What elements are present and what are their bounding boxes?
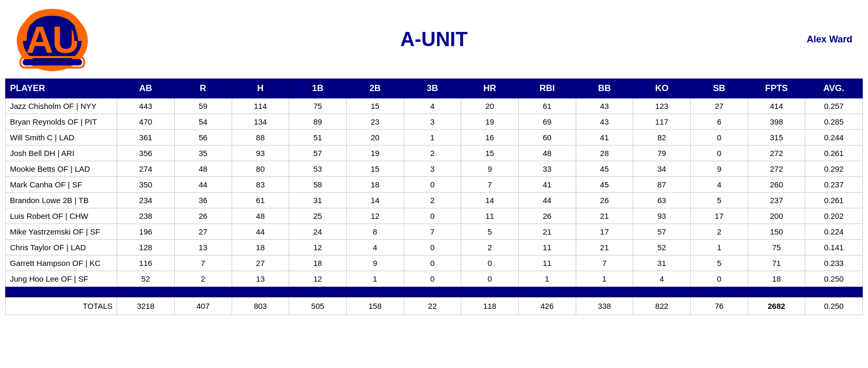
cell-fpts: 272 [748,161,805,177]
totals-avg: 0.250 [805,297,863,315]
cell-player: Jung Hoo Lee OF | SF [6,271,117,287]
cell-fpts: 414 [748,98,805,114]
totals-b3: 22 [404,297,461,315]
separator-cell [117,287,175,297]
cell-b2: 15 [346,98,404,114]
cell-rbi: 33 [518,161,576,177]
cell-fpts: 71 [748,255,805,271]
cell-hr: 15 [461,146,519,161]
cell-bb: 21 [576,240,633,255]
totals-hr: 118 [461,297,519,315]
cell-b3: 1 [404,130,461,146]
col-header-ab: AB [117,79,175,98]
cell-hr: 5 [461,224,519,240]
cell-r: 36 [174,193,232,208]
cell-b1: 57 [289,146,347,161]
page-header: AU A-UNIT Alex Ward [0,0,868,79]
cell-hr: 11 [461,208,519,224]
totals-fpts: 2682 [748,297,805,315]
cell-ko: 117 [633,114,691,130]
cell-rbi: 41 [518,177,576,193]
cell-b1: 53 [289,161,347,177]
separator-cell [404,287,461,297]
cell-ko: 63 [633,193,691,208]
cell-r: 59 [174,98,232,114]
table-row: Mike Yastrzemski OF | SF1962744248752117… [6,224,863,240]
cell-player: Garrett Hampson OF | KC [6,255,117,271]
table-row: Mookie Betts OF | LAD2744880531539334534… [6,161,863,177]
cell-bb: 21 [576,208,633,224]
cell-player: Mark Canha OF | SF [6,177,117,193]
cell-h: 13 [232,271,289,287]
cell-b3: 0 [404,255,461,271]
cell-b2: 14 [346,193,404,208]
stats-table-wrapper: PLAYER AB R H 1B 2B 3B HR RBI BB KO SB F… [0,79,868,315]
cell-avg: 0.261 [805,146,863,161]
cell-fpts: 200 [748,208,805,224]
table-row: Garrett Hampson OF | KC11672718900117315… [6,255,863,271]
cell-h: 88 [232,130,289,146]
cell-r: 7 [174,255,232,271]
cell-r: 2 [174,271,232,287]
totals-rbi: 426 [518,297,576,315]
cell-b3: 4 [404,98,461,114]
cell-sb: 4 [690,177,748,193]
cell-player: Mookie Betts OF | LAD [6,161,117,177]
cell-player: Mike Yastrzemski OF | SF [6,224,117,240]
cell-b1: 89 [289,114,347,130]
cell-avg: 0.224 [805,224,863,240]
separator-cell [748,287,805,297]
cell-hr: 0 [461,255,519,271]
cell-rbi: 21 [518,224,576,240]
cell-b1: 18 [289,255,347,271]
cell-avg: 0.285 [805,114,863,130]
cell-avg: 0.237 [805,177,863,193]
cell-h: 134 [232,114,289,130]
table-row: Luis Robert OF | CHW23826482512011262193… [6,208,863,224]
table-row: Josh Bell DH | ARI3563593571921548287902… [6,146,863,161]
cell-player: Brandon Lowe 2B | TB [6,193,117,208]
col-header-bb: BB [576,79,633,98]
cell-ko: 79 [633,146,691,161]
cell-b3: 3 [404,114,461,130]
cell-sb: 6 [690,114,748,130]
table-row: Mark Canha OF | SF3504483581807414587426… [6,177,863,193]
cell-b2: 23 [346,114,404,130]
cell-fpts: 18 [748,271,805,287]
col-header-fpts: FPTS [748,79,805,98]
cell-fpts: 260 [748,177,805,193]
cell-bb: 45 [576,177,633,193]
cell-sb: 1 [690,240,748,255]
col-header-ko: KO [633,79,691,98]
cell-h: 18 [232,240,289,255]
cell-ko: 87 [633,177,691,193]
cell-h: 83 [232,177,289,193]
col-header-rbi: RBI [518,79,576,98]
cell-ab: 52 [117,271,175,287]
totals-label: TOTALS [6,297,117,315]
svg-rect-3 [22,59,82,65]
cell-bb: 1 [576,271,633,287]
totals-b1: 505 [289,297,347,315]
cell-r: 48 [174,161,232,177]
cell-rbi: 60 [518,130,576,146]
cell-sb: 2 [690,224,748,240]
cell-rbi: 44 [518,193,576,208]
cell-bb: 17 [576,224,633,240]
cell-avg: 0.233 [805,255,863,271]
cell-sb: 0 [690,130,748,146]
separator-cell [461,287,519,297]
cell-hr: 19 [461,114,519,130]
cell-bb: 7 [576,255,633,271]
separator-cell [6,287,117,297]
cell-b1: 12 [289,240,347,255]
totals-ko: 822 [633,297,691,315]
cell-b2: 18 [346,177,404,193]
cell-ko: 52 [633,240,691,255]
totals-ab: 3218 [117,297,175,315]
cell-ab: 128 [117,240,175,255]
col-header-2b: 2B [346,79,404,98]
table-header-row: PLAYER AB R H 1B 2B 3B HR RBI BB KO SB F… [6,79,863,98]
cell-r: 44 [174,177,232,193]
table-row: Jazz Chisholm OF | NYY443591147515420614… [6,98,863,114]
